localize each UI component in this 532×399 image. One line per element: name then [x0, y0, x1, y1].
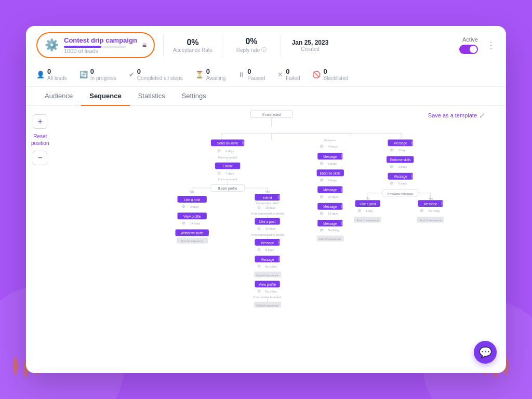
metric-awaiting: ⏳ 0 Awaiting	[195, 68, 226, 81]
campaign-info-card[interactable]: ⚙️ Contest drip campaign 1000 of leads ≡	[36, 32, 155, 58]
svg-rect-105	[341, 188, 344, 192]
svg-text:⏱: ⏱	[421, 209, 424, 212]
svg-text:End of sequence: End of sequence	[320, 237, 341, 241]
svg-rect-134	[388, 173, 413, 180]
save-template-button[interactable]: Save as a template ⤢	[428, 111, 485, 119]
svg-text:⏱: ⏱	[321, 212, 324, 215]
svg-text:⏱: ⏱	[391, 165, 394, 168]
reply-rate-label: Reply rate ⓘ	[236, 46, 267, 54]
svg-rect-64	[255, 239, 280, 246]
svg-rect-49	[278, 195, 281, 199]
divider-3	[281, 35, 281, 56]
svg-text:5 days: 5 days	[328, 162, 337, 165]
tab-sequence[interactable]: Sequence	[81, 87, 129, 106]
chat-fab-button[interactable]: 💬	[474, 341, 497, 364]
campaign-sub: 1000 of leads	[64, 48, 137, 54]
svg-text:Yes: Yes	[429, 197, 433, 200]
metrics-row: 👤 0 All leads 🔄 0 In progress ✔ 0 Comple…	[36, 63, 496, 86]
svg-rect-72	[278, 257, 281, 261]
svg-rect-148	[355, 200, 380, 207]
reset-position-button[interactable]: Resetposition	[31, 133, 49, 147]
svg-rect-18	[215, 163, 240, 169]
svg-text:⏱: ⏱	[358, 209, 361, 212]
svg-text:⏱: ⏱	[321, 162, 324, 165]
tabs-row: Audience Sequence Statistics Settings	[26, 87, 506, 106]
svg-text:1 day: 1 day	[398, 149, 406, 152]
svg-text:Message: Message	[324, 205, 338, 209]
created-date: Jan 25, 2023	[292, 39, 329, 46]
svg-text:Message: Message	[261, 241, 275, 245]
svg-text:Message: Message	[394, 141, 408, 145]
metric-failed: ✕ 0 Failed	[277, 68, 300, 81]
completed-count: 0	[137, 68, 183, 75]
svg-text:4 hours: 4 hours	[328, 145, 338, 149]
svg-text:10 days: 10 days	[265, 206, 276, 209]
svg-text:enInvt: enInvt	[263, 196, 272, 200]
svg-point-118	[320, 228, 324, 232]
active-toggle[interactable]	[459, 45, 478, 54]
svg-point-52	[257, 206, 261, 210]
acceptance-rate-stat: 0% Acceptance Rate	[172, 38, 214, 53]
svg-text:View profile: View profile	[184, 215, 202, 219]
svg-text:End of sequence: End of sequence	[181, 240, 203, 243]
svg-rect-25	[211, 184, 244, 191]
svg-text:Assumor: Assumor	[325, 139, 336, 142]
tab-settings[interactable]: Settings	[174, 87, 215, 106]
created-stat: Jan 25, 2023 Created	[289, 39, 331, 52]
svg-text:End of sequence: End of sequence	[420, 219, 442, 222]
svg-point-80	[257, 289, 261, 294]
svg-text:End of sequence: End of sequence	[357, 219, 379, 222]
svg-text:14 days: 14 days	[265, 227, 276, 230]
svg-text:⏱: ⏱	[321, 145, 324, 149]
blacklisted-label: Blacklisted	[323, 75, 348, 81]
sequence-canvas: Save as a template ⤢	[54, 106, 506, 357]
svg-text:No delay: No delay	[265, 265, 277, 268]
svg-rect-66	[278, 240, 281, 244]
svg-rect-161	[417, 217, 444, 222]
svg-text:Message: Message	[324, 188, 338, 192]
sequence-area: + Resetposition − Save as a template ⤢	[26, 106, 506, 357]
svg-rect-157	[442, 202, 444, 206]
svg-rect-38	[178, 212, 207, 219]
zoom-in-button[interactable]: +	[33, 114, 47, 129]
svg-rect-43	[176, 229, 209, 236]
svg-rect-140	[382, 190, 418, 196]
svg-point-158	[420, 208, 424, 212]
created-label: Created	[301, 46, 320, 52]
svg-rect-125	[411, 141, 414, 145]
svg-point-59	[257, 227, 261, 231]
svg-text:Endorse skills: Endorse skills	[390, 158, 411, 162]
svg-text:1 day: 1 day	[366, 209, 373, 212]
svg-rect-47	[255, 194, 280, 201]
svg-point-150	[357, 208, 362, 212]
campaign-details: Contest drip campaign 1000 of leads	[64, 36, 137, 54]
all-leads-icon: 👤	[36, 71, 45, 78]
svg-point-95	[320, 161, 324, 165]
svg-text:Message: Message	[261, 258, 275, 262]
tab-statistics[interactable]: Statistics	[130, 87, 174, 106]
svg-text:Follow: Follow	[223, 164, 233, 168]
svg-rect-78	[255, 281, 280, 287]
acceptance-rate-label: Acceptance Rate	[173, 47, 212, 53]
zoom-out-button[interactable]: −	[33, 151, 47, 165]
svg-text:If connected to enInvt: If connected to enInvt	[254, 296, 282, 299]
toggle-row	[459, 45, 478, 54]
svg-text:Yes: Yes	[265, 190, 270, 193]
tab-audience[interactable]: Audience	[36, 87, 81, 106]
flow-diagram-svg: If connected Send an invite ⏱ 4 days If …	[54, 106, 506, 357]
svg-text:5 days: 5 days	[328, 179, 337, 182]
campaign-name: Contest drip campaign	[64, 36, 137, 44]
svg-text:⏱: ⏱	[218, 150, 221, 153]
svg-text:If sent profile: If sent profile	[218, 187, 237, 191]
svg-point-100	[320, 178, 324, 182]
menu-icon[interactable]: ≡	[142, 41, 147, 49]
svg-text:No delay: No delay	[328, 229, 340, 232]
svg-text:If connected: If connected	[263, 113, 281, 116]
failed-label: Failed	[286, 75, 300, 81]
svg-point-131	[390, 165, 394, 169]
svg-text:⏱: ⏱	[258, 227, 261, 230]
svg-rect-45	[177, 238, 208, 244]
svg-text:If not connected to enInvt: If not connected to enInvt	[251, 212, 284, 215]
toggle-knob	[470, 46, 477, 53]
more-options-button[interactable]: ⋮	[486, 39, 496, 51]
